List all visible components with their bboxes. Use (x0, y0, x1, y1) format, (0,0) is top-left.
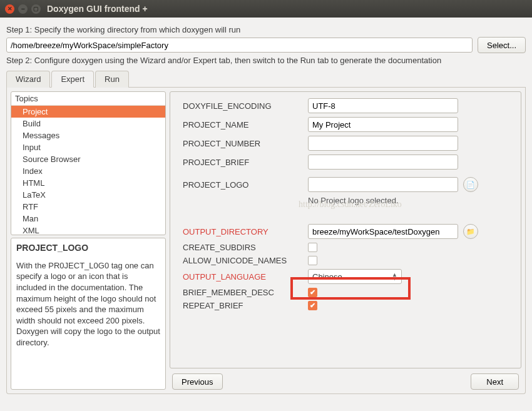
label-project-number: PROJECT_NUMBER (183, 139, 308, 148)
step2-label: Step 2: Configure doxygen using the Wiza… (6, 56, 526, 65)
topic-latex[interactable]: LaTeX (11, 189, 165, 201)
input-project-number[interactable] (308, 136, 458, 151)
previous-button[interactable]: Previous (172, 373, 223, 390)
input-project-name[interactable] (308, 117, 458, 132)
window-title: Doxygen GUI frontend + (47, 4, 148, 14)
label-project-logo: PROJECT_LOGO (183, 180, 308, 190)
tab-run[interactable]: Run (95, 71, 129, 88)
label-output-directory: OUTPUT_DIRECTORY (183, 227, 308, 236)
description-panel: PROJECT_LOGO With the PR0JECT_L0G0 tag o… (11, 238, 166, 390)
window-buttons: ✕ ‒ ▢ (5, 4, 41, 14)
input-project-brief[interactable] (308, 155, 458, 170)
maximize-icon[interactable]: ▢ (31, 4, 41, 14)
checkbox-repeat-brief[interactable]: ✔ (308, 301, 317, 310)
next-button[interactable]: Next (471, 373, 519, 390)
label-doxyfile-encoding: DOXYFILE_ENCODING (183, 101, 308, 111)
description-body: With the PR0JECT_L0G0 tag one can specif… (16, 260, 160, 348)
project-logo-status: No Project logo selected. (308, 196, 516, 205)
label-output-language: OUTPUT_LANGUAGE (183, 272, 308, 282)
topic-xml[interactable]: XML (11, 225, 165, 235)
topics-header: Topics (11, 92, 165, 106)
topic-rtf[interactable]: RTF (11, 201, 165, 213)
input-doxyfile-encoding[interactable] (308, 98, 458, 113)
topic-index[interactable]: Index (11, 165, 165, 177)
input-project-logo[interactable] (308, 177, 458, 192)
label-project-name: PROJECT_NAME (183, 120, 308, 129)
checkbox-create-subdirs[interactable] (308, 243, 317, 252)
step1-label: Step 1: Specify the working directory fr… (6, 25, 526, 34)
topic-man[interactable]: Man (11, 213, 165, 225)
close-icon[interactable]: ✕ (5, 4, 14, 14)
description-title: PROJECT_LOGO (16, 242, 160, 254)
label-repeat-brief: REPEAT_BRIEF (183, 301, 308, 310)
input-output-directory[interactable] (308, 224, 458, 239)
label-brief-member-desc: BRIEF_MEMBER_DESC (183, 288, 308, 297)
topic-source-browser[interactable]: Source Browser (11, 153, 165, 165)
tab-wizard[interactable]: Wizard (6, 71, 50, 88)
topic-build[interactable]: Build (11, 118, 165, 129)
working-dir-input[interactable] (6, 38, 473, 53)
folder-icon[interactable]: 📁 (463, 224, 478, 239)
topics-list[interactable]: Project Build Messages Input Source Brow… (11, 106, 165, 235)
topic-messages[interactable]: Messages (11, 129, 165, 141)
select-button[interactable]: Select... (478, 37, 526, 53)
label-create-subdirs: CREATE_SUBDIRS (183, 243, 308, 252)
label-project-brief: PROJECT_BRIEF (183, 158, 308, 167)
topics-panel: Topics Project Build Messages Input Sour… (11, 91, 166, 235)
minimize-icon[interactable]: ‒ (18, 4, 28, 14)
topic-input[interactable]: Input (11, 141, 165, 153)
topic-project[interactable]: Project (11, 106, 165, 118)
file-icon[interactable]: 📄 (463, 177, 478, 192)
checkbox-brief-member-desc[interactable]: ✔ (308, 288, 317, 297)
tab-bar: Wizard Expert Run (6, 70, 526, 88)
label-allow-unicode-names: ALLOW_UNICODE_NAMES (183, 256, 308, 265)
titlebar: ✕ ‒ ▢ Doxygen GUI frontend + (0, 0, 532, 18)
chevron-updown-icon: ▲▼ (392, 273, 397, 280)
topic-html[interactable]: HTML (11, 177, 165, 189)
form-panel[interactable]: http://blog.csdn.net/ZeroLiko DOXYFILE_E… (170, 91, 521, 368)
checkbox-allow-unicode-names[interactable] (308, 256, 317, 265)
select-output-language-value: Chinese (312, 272, 342, 282)
tab-expert[interactable]: Expert (51, 71, 94, 88)
select-output-language[interactable]: Chinese ▲▼ (308, 269, 402, 284)
